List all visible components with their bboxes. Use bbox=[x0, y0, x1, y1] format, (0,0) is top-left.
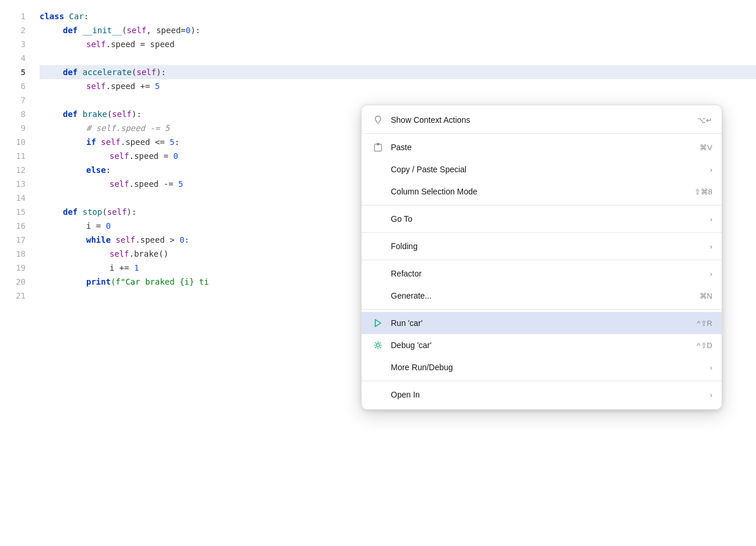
line-number-10: 10 bbox=[0, 135, 26, 149]
line-number-5: 5 bbox=[0, 65, 26, 79]
line-number-1: 1 bbox=[0, 9, 26, 23]
code-line-5: def accelerate(self): bbox=[40, 65, 756, 79]
code-line-4 bbox=[40, 51, 756, 65]
no-icon bbox=[371, 212, 385, 226]
menu-item-copy-paste-special[interactable]: Copy / Paste Special› bbox=[362, 158, 722, 180]
line-number-18: 18 bbox=[0, 247, 26, 261]
line-number-14: 14 bbox=[0, 191, 26, 205]
menu-item-arrow-copy-paste-special: › bbox=[710, 165, 712, 174]
line-number-7: 7 bbox=[0, 93, 26, 107]
line-number-4: 4 bbox=[0, 51, 26, 65]
line-number-8: 8 bbox=[0, 107, 26, 121]
menu-item-arrow-open-in: › bbox=[710, 391, 712, 399]
menu-item-label-refactor: Refactor bbox=[391, 269, 705, 278]
menu-item-column-selection-mode[interactable]: Column Selection Mode⇧⌘8 bbox=[362, 180, 722, 203]
menu-separator bbox=[362, 309, 722, 310]
menu-item-label-copy-paste-special: Copy / Paste Special bbox=[391, 165, 705, 174]
menu-separator bbox=[362, 260, 722, 260]
menu-item-run-car[interactable]: Run 'car'^⇧R bbox=[362, 312, 722, 334]
run-icon bbox=[371, 316, 385, 330]
svg-point-2 bbox=[376, 343, 379, 346]
line-number-2: 2 bbox=[0, 23, 26, 37]
line-number-13: 13 bbox=[0, 177, 26, 191]
menu-item-label-open-in: Open In bbox=[391, 390, 705, 399]
line-number-21: 21 bbox=[0, 289, 26, 303]
menu-item-refactor[interactable]: Refactor› bbox=[362, 263, 722, 285]
line-number-19: 19 bbox=[0, 261, 26, 275]
menu-item-arrow-go-to: › bbox=[710, 215, 712, 224]
menu-item-shortcut-generate: ⌘N bbox=[700, 292, 712, 300]
line-number-6: 6 bbox=[0, 79, 26, 93]
menu-item-paste[interactable]: Paste⌘V bbox=[362, 136, 722, 158]
menu-item-label-run-car: Run 'car' bbox=[391, 318, 688, 328]
line-number-16: 16 bbox=[0, 219, 26, 233]
no-icon bbox=[371, 185, 385, 198]
no-icon bbox=[371, 239, 385, 253]
menu-item-arrow-folding: › bbox=[710, 242, 712, 251]
no-icon bbox=[371, 360, 385, 374]
menu-separator bbox=[362, 133, 722, 134]
menu-item-label-generate: Generate... bbox=[391, 291, 690, 300]
menu-item-label-go-to: Go To bbox=[391, 214, 705, 224]
menu-item-more-run-debug[interactable]: More Run/Debug› bbox=[362, 356, 722, 378]
menu-item-debug-car[interactable]: Debug 'car'^⇧D bbox=[362, 334, 722, 356]
bulb-icon bbox=[371, 113, 385, 127]
menu-item-label-show-context-actions: Show Context Actions bbox=[391, 115, 688, 125]
line-number-11: 11 bbox=[0, 149, 26, 163]
menu-item-shortcut-run-car: ^⇧R bbox=[697, 319, 713, 328]
line-number-15: 15 bbox=[0, 205, 26, 219]
menu-item-arrow-more-run-debug: › bbox=[710, 363, 712, 372]
menu-item-label-folding: Folding bbox=[391, 242, 705, 251]
no-icon bbox=[371, 267, 385, 281]
no-icon bbox=[371, 289, 385, 303]
menu-separator bbox=[362, 381, 722, 381]
menu-item-label-debug-car: Debug 'car' bbox=[391, 341, 688, 350]
line-number-12: 12 bbox=[0, 163, 26, 177]
code-line-1: class Car: bbox=[40, 9, 756, 23]
line-number-3: 3 bbox=[0, 37, 26, 51]
code-line-6: self.speed += 5 bbox=[40, 79, 756, 93]
menu-item-show-context-actions[interactable]: Show Context Actions⌥↵ bbox=[362, 109, 722, 131]
menu-separator bbox=[362, 232, 722, 233]
menu-item-open-in[interactable]: Open In› bbox=[362, 384, 722, 406]
menu-item-label-paste: Paste bbox=[391, 143, 690, 152]
menu-item-arrow-refactor: › bbox=[710, 270, 712, 278]
no-icon bbox=[371, 388, 385, 402]
line-number-9: 9 bbox=[0, 121, 26, 135]
menu-item-shortcut-paste: ⌘V bbox=[700, 143, 712, 152]
no-icon bbox=[371, 162, 385, 176]
svg-marker-1 bbox=[375, 320, 380, 327]
clipboard-icon bbox=[371, 140, 385, 154]
context-menu: Show Context Actions⌥↵Paste⌘VCopy / Past… bbox=[361, 105, 722, 410]
menu-item-label-more-run-debug: More Run/Debug bbox=[391, 363, 705, 372]
menu-item-generate[interactable]: Generate...⌘N bbox=[362, 285, 722, 307]
line-numbers: 123456789101112131415161718192021 bbox=[0, 0, 35, 546]
menu-item-shortcut-debug-car: ^⇧D bbox=[697, 341, 713, 350]
menu-item-label-column-selection-mode: Column Selection Mode bbox=[391, 187, 685, 196]
menu-item-go-to[interactable]: Go To› bbox=[362, 208, 722, 230]
line-number-20: 20 bbox=[0, 275, 26, 289]
debug-icon bbox=[371, 338, 385, 352]
menu-item-shortcut-column-selection-mode: ⇧⌘8 bbox=[694, 187, 712, 196]
line-number-17: 17 bbox=[0, 233, 26, 247]
menu-item-folding[interactable]: Folding› bbox=[362, 235, 722, 257]
code-line-3: self.speed = speed bbox=[40, 37, 756, 51]
menu-separator bbox=[362, 205, 722, 205]
code-line-2: def __init__(self, speed=0): bbox=[40, 23, 756, 37]
menu-item-shortcut-show-context-actions: ⌥↵ bbox=[697, 116, 712, 125]
